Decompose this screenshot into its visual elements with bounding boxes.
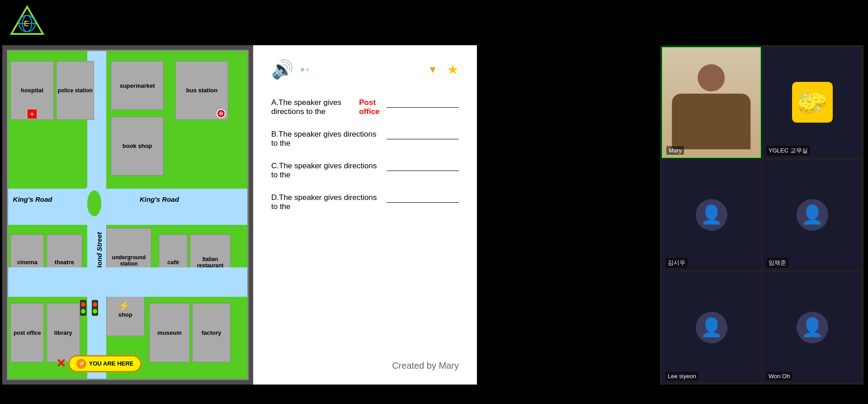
you-are-here-label: YOU ARE HERE bbox=[89, 360, 133, 367]
participant-tile-leesiyeon: 👤 Lee siyeon bbox=[662, 272, 761, 383]
museum-building: museum bbox=[149, 303, 190, 362]
mary-video-bg bbox=[663, 48, 760, 157]
mary-body bbox=[672, 94, 750, 149]
book-shop-label: book shop bbox=[123, 143, 152, 149]
bus-station-building: bus station ⊖ bbox=[175, 61, 228, 120]
kings-road-right-label: King's Road bbox=[140, 195, 179, 203]
map-container: hospital + police station supermarket bo… bbox=[7, 50, 249, 380]
quiz-section: 🔊 ▼ ★ A.The speaker gives directions to … bbox=[253, 45, 477, 385]
audio-dot-1 bbox=[301, 68, 304, 71]
supermarket-building: supermarket bbox=[111, 61, 163, 110]
supermarket-label: supermarket bbox=[120, 82, 155, 89]
star-icon: ★ bbox=[447, 62, 459, 77]
underground-station-label: underground station bbox=[108, 254, 151, 267]
blank-c bbox=[387, 162, 459, 171]
museum-label: museum bbox=[157, 329, 181, 336]
imchaejun-name: 임채준 bbox=[766, 258, 788, 268]
participant-tile-kimsiwoo: 👤 김시우 bbox=[662, 160, 761, 271]
leesiyeon-avatar-icon: 👤 bbox=[700, 317, 723, 338]
audio-area: 🔊 ▼ ★ bbox=[271, 59, 459, 80]
wonoh-placeholder: 👤 bbox=[763, 272, 862, 383]
blank-b bbox=[387, 130, 459, 139]
kimsiwoo-avatar: 👤 bbox=[696, 199, 727, 231]
cafe-label: café bbox=[167, 259, 179, 266]
kings-road-horizontal bbox=[8, 189, 247, 225]
theatre-label: theatre bbox=[55, 259, 74, 266]
logo-area: E bbox=[9, 5, 45, 41]
bus-station-label: bus station bbox=[186, 87, 217, 94]
blank-d bbox=[387, 193, 459, 203]
kings-road-left-label: King's Road bbox=[13, 195, 52, 203]
participants-panel: Mary 🧽 YGLEC 교무실 👤 김시우 👤 임채준 👤 bbox=[660, 45, 863, 385]
traffic-light-left bbox=[80, 300, 86, 316]
factory-building: factory bbox=[192, 303, 231, 362]
participant-tile-yglec: 🧽 YGLEC 교무실 bbox=[763, 47, 862, 158]
green-street-road bbox=[8, 267, 247, 297]
leesiyeon-name: Lee siyeon bbox=[665, 372, 698, 380]
audio-dots-container bbox=[301, 68, 309, 71]
svg-text:E: E bbox=[24, 20, 29, 28]
hospital-building: hospital + bbox=[10, 61, 53, 120]
mary-head bbox=[698, 64, 725, 91]
question-c-text: C.The speaker gives directions to the bbox=[271, 162, 380, 180]
cinema-label: cinema bbox=[17, 259, 38, 266]
wonoh-avatar: 👤 bbox=[797, 312, 828, 343]
main-content: hospital + police station supermarket bo… bbox=[2, 45, 477, 385]
kimsiwoo-placeholder: 👤 bbox=[662, 160, 761, 271]
wonoh-avatar-icon: 👤 bbox=[801, 317, 824, 338]
imchaejun-placeholder: 👤 bbox=[763, 160, 862, 271]
roundabout bbox=[82, 182, 106, 225]
x-mark-icon: ✕ bbox=[56, 356, 66, 371]
map-section: hospital + police station supermarket bo… bbox=[2, 45, 253, 385]
participant-tile-mary: Mary bbox=[662, 47, 761, 158]
triangle-down-icon: ▼ bbox=[428, 64, 438, 76]
leesiyeon-placeholder: 👤 bbox=[662, 272, 761, 383]
question-b-text: B.The speaker gives directions to the bbox=[271, 130, 380, 148]
quiz-questions: A.The speaker gives directions to the Po… bbox=[271, 98, 459, 352]
quiz-item-a: A.The speaker gives directions to the Po… bbox=[271, 98, 459, 116]
quiz-item-c: C.The speaker gives directions to the bbox=[271, 162, 459, 180]
wonoh-name: Won Oh bbox=[766, 372, 792, 380]
yglec-placeholder: 🧽 bbox=[763, 47, 862, 158]
audio-dot-2 bbox=[306, 68, 309, 71]
you-are-here-button: ↺ YOU ARE HERE bbox=[68, 355, 142, 372]
yglec-name: YGLEC 교무실 bbox=[766, 146, 810, 156]
library-building: library bbox=[47, 303, 80, 362]
speaker-icon[interactable]: 🔊 bbox=[271, 59, 294, 80]
hospital-label: hospital bbox=[21, 87, 43, 94]
police-station-label: police station bbox=[57, 87, 92, 94]
imchaejun-avatar-icon: 👤 bbox=[801, 204, 824, 225]
question-d-text: D.The speaker gives directions to the bbox=[271, 193, 380, 211]
bond-street-label: Bond Street bbox=[95, 232, 103, 271]
library-label: library bbox=[54, 329, 72, 336]
roundabout-inner bbox=[87, 190, 102, 216]
kimsiwoo-name: 김시우 bbox=[665, 258, 688, 268]
arrow-icon: ↺ bbox=[76, 359, 86, 369]
traffic-light-right bbox=[92, 300, 98, 316]
italian-restaurant-label: Italian restaurant bbox=[191, 256, 229, 269]
quiz-item-b: B.The speaker gives directions to the bbox=[271, 130, 459, 148]
leesiyeon-avatar: 👤 bbox=[696, 312, 727, 343]
kimsiwoo-avatar-icon: 👤 bbox=[700, 204, 723, 225]
lightning-icon: ⚡ bbox=[118, 300, 130, 312]
mary-name: Mary bbox=[666, 146, 684, 155]
participant-tile-wonoh: 👤 Won Oh bbox=[763, 272, 862, 383]
factory-label: factory bbox=[202, 329, 221, 336]
hospital-cross-icon: + bbox=[28, 109, 37, 119]
book-shop-building: book shop bbox=[111, 117, 163, 176]
police-station-building: police station bbox=[56, 61, 94, 120]
answer-a-text: Post office bbox=[359, 98, 384, 116]
blank-a bbox=[387, 98, 459, 108]
spongebob-avatar: 🧽 bbox=[792, 82, 833, 123]
quiz-item-d: D.The speaker gives directions to the bbox=[271, 193, 459, 211]
imchaejun-avatar: 👤 bbox=[797, 199, 828, 231]
created-by-text: Created by Mary bbox=[271, 352, 459, 371]
shop-label: shop bbox=[118, 311, 132, 318]
you-are-here-section: ✕ ↺ YOU ARE HERE bbox=[56, 355, 142, 372]
post-office-building: post office bbox=[10, 303, 44, 362]
header-icons: ▼ ★ bbox=[428, 62, 459, 77]
bus-station-tube-icon: ⊖ bbox=[217, 109, 226, 118]
mary-figure bbox=[668, 64, 755, 157]
post-office-label: post office bbox=[14, 330, 41, 336]
question-a-text: A.The speaker gives directions to the bbox=[271, 98, 353, 116]
